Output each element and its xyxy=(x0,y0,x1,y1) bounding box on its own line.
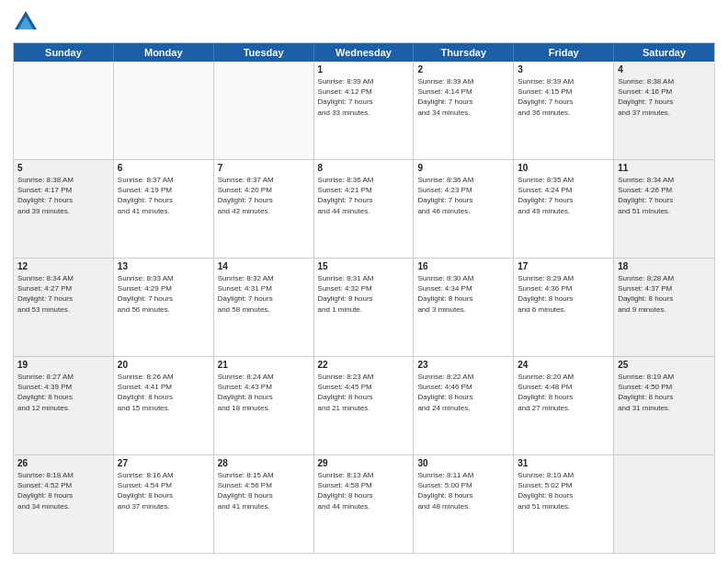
cell-text: Sunrise: 8:10 AM Sunset: 5:02 PM Dayligh… xyxy=(518,470,609,511)
weekday-header: Thursday xyxy=(414,43,514,62)
day-number: 28 xyxy=(218,458,310,468)
cell-text: Sunrise: 8:16 AM Sunset: 4:54 PM Dayligh… xyxy=(118,470,210,511)
cell-text: Sunrise: 8:39 AM Sunset: 4:15 PM Dayligh… xyxy=(518,76,609,118)
cell-text: Sunrise: 8:31 AM Sunset: 4:32 PM Dayligh… xyxy=(318,273,410,315)
cell-text: Sunrise: 8:34 AM Sunset: 4:26 PM Dayligh… xyxy=(618,175,711,216)
day-number: 18 xyxy=(618,261,711,271)
day-number: 22 xyxy=(318,360,410,370)
cell-text: Sunrise: 8:35 AM Sunset: 4:24 PM Dayligh… xyxy=(518,175,609,216)
day-number: 23 xyxy=(417,360,509,370)
calendar-cell: 15Sunrise: 8:31 AM Sunset: 4:32 PM Dayli… xyxy=(314,259,415,356)
calendar-cell: 12Sunrise: 8:34 AM Sunset: 4:27 PM Dayli… xyxy=(14,259,114,356)
cell-text: Sunrise: 8:11 AM Sunset: 5:00 PM Dayligh… xyxy=(417,470,509,511)
cell-text: Sunrise: 8:19 AM Sunset: 4:50 PM Dayligh… xyxy=(618,372,711,413)
calendar-body: 1Sunrise: 8:39 AM Sunset: 4:12 PM Daylig… xyxy=(14,62,714,553)
calendar-row: 12Sunrise: 8:34 AM Sunset: 4:27 PM Dayli… xyxy=(14,259,714,357)
calendar-cell xyxy=(114,62,214,159)
calendar-cell: 6Sunrise: 8:37 AM Sunset: 4:19 PM Daylig… xyxy=(114,160,214,258)
calendar-cell: 17Sunrise: 8:29 AM Sunset: 4:36 PM Dayli… xyxy=(514,259,614,356)
cell-text: Sunrise: 8:23 AM Sunset: 4:45 PM Dayligh… xyxy=(318,372,410,413)
weekday-header: Wednesday xyxy=(314,43,415,62)
day-number: 2 xyxy=(417,64,509,75)
cell-text: Sunrise: 8:27 AM Sunset: 4:39 PM Dayligh… xyxy=(17,372,109,413)
cell-text: Sunrise: 8:38 AM Sunset: 4:16 PM Dayligh… xyxy=(618,76,711,118)
calendar-cell: 26Sunrise: 8:18 AM Sunset: 4:52 PM Dayli… xyxy=(14,455,114,553)
weekday-header: Saturday xyxy=(614,43,714,62)
calendar-cell xyxy=(614,455,714,553)
day-number: 16 xyxy=(417,261,509,271)
cell-text: Sunrise: 8:26 AM Sunset: 4:41 PM Dayligh… xyxy=(118,372,210,413)
cell-text: Sunrise: 8:33 AM Sunset: 4:29 PM Dayligh… xyxy=(118,273,210,315)
cell-text: Sunrise: 8:24 AM Sunset: 4:43 PM Dayligh… xyxy=(218,372,310,413)
logo xyxy=(13,9,42,35)
day-number: 13 xyxy=(118,261,210,271)
calendar-cell: 7Sunrise: 8:37 AM Sunset: 4:20 PM Daylig… xyxy=(214,160,314,258)
cell-text: Sunrise: 8:32 AM Sunset: 4:31 PM Dayligh… xyxy=(218,273,310,315)
day-number: 9 xyxy=(417,163,509,173)
cell-text: Sunrise: 8:37 AM Sunset: 4:20 PM Dayligh… xyxy=(218,175,310,216)
calendar-cell: 8Sunrise: 8:36 AM Sunset: 4:21 PM Daylig… xyxy=(314,160,415,258)
cell-text: Sunrise: 8:36 AM Sunset: 4:23 PM Dayligh… xyxy=(417,175,509,216)
calendar-header: SundayMondayTuesdayWednesdayThursdayFrid… xyxy=(14,43,714,62)
cell-text: Sunrise: 8:18 AM Sunset: 4:52 PM Dayligh… xyxy=(17,470,109,511)
cell-text: Sunrise: 8:20 AM Sunset: 4:48 PM Dayligh… xyxy=(518,372,609,413)
calendar-cell xyxy=(14,62,114,159)
cell-text: Sunrise: 8:29 AM Sunset: 4:36 PM Dayligh… xyxy=(518,273,609,315)
cell-text: Sunrise: 8:13 AM Sunset: 4:58 PM Dayligh… xyxy=(318,470,410,511)
day-number: 8 xyxy=(318,163,410,173)
page: SundayMondayTuesdayWednesdayThursdayFrid… xyxy=(0,0,728,563)
calendar-cell: 11Sunrise: 8:34 AM Sunset: 4:26 PM Dayli… xyxy=(614,160,714,258)
day-number: 5 xyxy=(17,163,109,173)
day-number: 24 xyxy=(518,360,609,370)
day-number: 12 xyxy=(17,261,109,271)
calendar: SundayMondayTuesdayWednesdayThursdayFrid… xyxy=(13,42,715,554)
calendar-cell: 20Sunrise: 8:26 AM Sunset: 4:41 PM Dayli… xyxy=(114,357,214,454)
calendar-cell: 21Sunrise: 8:24 AM Sunset: 4:43 PM Dayli… xyxy=(214,357,314,454)
calendar-cell: 27Sunrise: 8:16 AM Sunset: 4:54 PM Dayli… xyxy=(114,455,214,553)
calendar-cell: 23Sunrise: 8:22 AM Sunset: 4:46 PM Dayli… xyxy=(414,357,514,454)
calendar-cell: 31Sunrise: 8:10 AM Sunset: 5:02 PM Dayli… xyxy=(514,455,614,553)
calendar-cell: 10Sunrise: 8:35 AM Sunset: 4:24 PM Dayli… xyxy=(514,160,614,258)
header xyxy=(13,9,715,35)
cell-text: Sunrise: 8:34 AM Sunset: 4:27 PM Dayligh… xyxy=(17,273,109,315)
cell-text: Sunrise: 8:38 AM Sunset: 4:17 PM Dayligh… xyxy=(17,175,109,216)
calendar-cell: 14Sunrise: 8:32 AM Sunset: 4:31 PM Dayli… xyxy=(214,259,314,356)
day-number: 30 xyxy=(417,458,509,468)
cell-text: Sunrise: 8:28 AM Sunset: 4:37 PM Dayligh… xyxy=(618,273,711,315)
calendar-cell: 30Sunrise: 8:11 AM Sunset: 5:00 PM Dayli… xyxy=(414,455,514,553)
logo-icon xyxy=(13,9,39,35)
calendar-row: 26Sunrise: 8:18 AM Sunset: 4:52 PM Dayli… xyxy=(14,455,714,553)
calendar-cell: 24Sunrise: 8:20 AM Sunset: 4:48 PM Dayli… xyxy=(514,357,614,454)
weekday-header: Sunday xyxy=(14,43,114,62)
day-number: 7 xyxy=(218,163,310,173)
day-number: 19 xyxy=(17,360,109,370)
day-number: 17 xyxy=(518,261,609,271)
day-number: 29 xyxy=(318,458,410,468)
calendar-cell: 18Sunrise: 8:28 AM Sunset: 4:37 PM Dayli… xyxy=(614,259,714,356)
cell-text: Sunrise: 8:36 AM Sunset: 4:21 PM Dayligh… xyxy=(318,175,410,216)
day-number: 4 xyxy=(618,64,711,75)
day-number: 25 xyxy=(618,360,711,370)
calendar-cell: 1Sunrise: 8:39 AM Sunset: 4:12 PM Daylig… xyxy=(314,62,415,159)
calendar-cell: 5Sunrise: 8:38 AM Sunset: 4:17 PM Daylig… xyxy=(14,160,114,258)
calendar-cell: 9Sunrise: 8:36 AM Sunset: 4:23 PM Daylig… xyxy=(414,160,514,258)
day-number: 26 xyxy=(17,458,109,468)
day-number: 1 xyxy=(318,64,410,75)
calendar-cell: 2Sunrise: 8:39 AM Sunset: 4:14 PM Daylig… xyxy=(414,62,514,159)
weekday-header: Monday xyxy=(114,43,214,62)
calendar-row: 19Sunrise: 8:27 AM Sunset: 4:39 PM Dayli… xyxy=(14,357,714,455)
cell-text: Sunrise: 8:39 AM Sunset: 4:12 PM Dayligh… xyxy=(318,76,410,118)
cell-text: Sunrise: 8:15 AM Sunset: 4:56 PM Dayligh… xyxy=(218,470,310,511)
weekday-header: Tuesday xyxy=(214,43,314,62)
cell-text: Sunrise: 8:30 AM Sunset: 4:34 PM Dayligh… xyxy=(417,273,509,315)
calendar-cell: 16Sunrise: 8:30 AM Sunset: 4:34 PM Dayli… xyxy=(414,259,514,356)
calendar-row: 5Sunrise: 8:38 AM Sunset: 4:17 PM Daylig… xyxy=(14,160,714,259)
day-number: 31 xyxy=(518,458,609,468)
day-number: 11 xyxy=(618,163,711,173)
calendar-cell: 25Sunrise: 8:19 AM Sunset: 4:50 PM Dayli… xyxy=(614,357,714,454)
calendar-cell: 13Sunrise: 8:33 AM Sunset: 4:29 PM Dayli… xyxy=(114,259,214,356)
calendar-cell: 19Sunrise: 8:27 AM Sunset: 4:39 PM Dayli… xyxy=(14,357,114,454)
day-number: 15 xyxy=(318,261,410,271)
day-number: 20 xyxy=(118,360,210,370)
calendar-cell xyxy=(214,62,314,159)
